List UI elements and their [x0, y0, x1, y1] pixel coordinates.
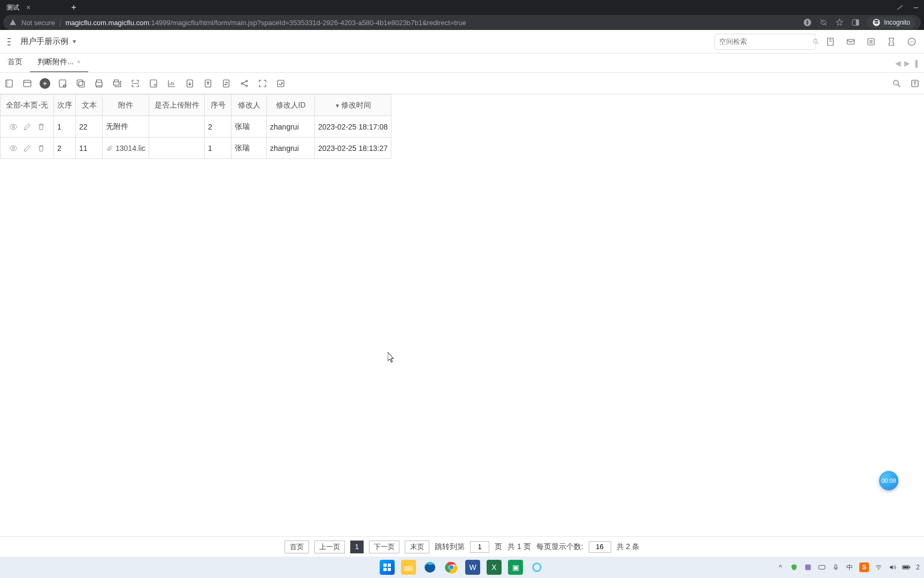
page-first-button[interactable]: 首页 — [284, 541, 309, 553]
tray-ime-zh-icon[interactable]: 中 — [845, 563, 854, 572]
tab-home[interactable]: 首页 — [0, 53, 30, 72]
tray-app-icon[interactable] — [804, 563, 812, 572]
page-tabs: 首页 判断附件... × ◀ ▶ ❚ — [0, 54, 924, 73]
edge-icon[interactable] — [422, 560, 437, 575]
col-uploaded[interactable]: 是否上传附件 — [149, 95, 205, 116]
table-row[interactable]: 122无附件2张瑞zhangrui2023-02-25 18:17:08 — [1, 116, 391, 138]
search-tool-icon[interactable] — [891, 78, 903, 89]
col-order[interactable]: 次序 — [54, 95, 76, 116]
fullscreen-icon[interactable] — [257, 78, 268, 89]
browser-tab[interactable]: 测试 × — [0, 0, 64, 15]
eye-off-icon[interactable] — [819, 18, 828, 27]
tray-clock[interactable]: 2 — [916, 563, 920, 572]
address-bar[interactable]: Not secure | magicflu.com.magicflu.com:1… — [3, 15, 921, 30]
start-icon[interactable] — [380, 560, 395, 575]
print-icon[interactable] — [93, 78, 105, 89]
swap-icon[interactable] — [220, 78, 232, 89]
delete-icon[interactable] — [36, 122, 46, 132]
page-prev-button[interactable]: 上一页 — [314, 541, 345, 553]
explorer-icon[interactable] — [401, 560, 416, 575]
tab-nav-right-icon[interactable]: ▶ — [904, 59, 910, 67]
cell-seq: 1 — [205, 138, 232, 159]
star-icon[interactable] — [835, 18, 844, 27]
page-last-button[interactable]: 末页 — [405, 541, 429, 553]
cell-attachment[interactable]: 13014.lic — [103, 138, 149, 159]
col-modifier[interactable]: 修改人 — [232, 95, 267, 116]
col-mod-time[interactable]: ▼修改时间 — [315, 95, 391, 116]
view-icon[interactable] — [9, 143, 18, 153]
import-icon[interactable] — [202, 78, 214, 89]
tray-defender-icon[interactable] — [790, 563, 798, 572]
edit-form-icon[interactable] — [148, 78, 159, 89]
col-seq[interactable]: 序号 — [205, 95, 232, 116]
share-icon[interactable] — [238, 78, 250, 89]
tool-save-icon[interactable] — [57, 78, 68, 89]
col-text[interactable]: 文本 — [76, 95, 103, 116]
refresh-icon[interactable] — [275, 78, 287, 89]
tray-volume-icon[interactable] — [888, 563, 897, 572]
space-search[interactable] — [714, 34, 816, 50]
view-icon[interactable] — [9, 122, 18, 132]
space-search-input[interactable] — [719, 37, 809, 45]
col-modifier-id[interactable]: 修改人ID — [267, 95, 315, 116]
incognito-badge[interactable]: Incognito — [867, 17, 915, 28]
delete-icon[interactable] — [36, 143, 46, 153]
list-icon[interactable] — [865, 36, 877, 48]
note-icon[interactable] — [825, 36, 836, 48]
col-actions[interactable]: 全部-本页-无 — [1, 95, 54, 116]
chrome-icon[interactable] — [444, 560, 459, 575]
system-tray: ^ 中 S 2 — [776, 562, 920, 572]
col-attachment[interactable]: 附件 — [103, 95, 149, 116]
search-icon[interactable] — [812, 38, 820, 45]
page-current-button[interactable]: 1 — [350, 541, 364, 553]
total-pages: 共 1 页 — [507, 542, 531, 552]
word-icon[interactable]: W — [465, 560, 480, 575]
tray-mic-icon[interactable] — [831, 563, 840, 572]
app-cloud-icon[interactable] — [529, 560, 544, 575]
new-tab-button[interactable]: + — [67, 1, 80, 14]
svg-point-25 — [246, 80, 248, 82]
edit-icon[interactable] — [22, 122, 32, 132]
tray-wifi-icon[interactable] — [874, 563, 883, 572]
maximize-button[interactable]: ─ — [908, 0, 924, 15]
tab-strip: 测试 × + ─ — [0, 0, 924, 15]
menu-handle-icon[interactable] — [6, 34, 12, 49]
add-button[interactable] — [40, 78, 50, 89]
tab-active[interactable]: 判断附件... × — [30, 53, 88, 72]
svg-point-6 — [813, 39, 817, 43]
edit-icon[interactable] — [22, 143, 32, 153]
tool-col-1-icon[interactable] — [3, 78, 15, 89]
per-page-input[interactable] — [589, 541, 611, 553]
minimize-button[interactable] — [892, 0, 908, 15]
app-green-icon[interactable]: ▣ — [508, 560, 523, 575]
chart-icon[interactable] — [166, 78, 178, 89]
tool-save-all-icon[interactable] — [75, 78, 87, 89]
theme-icon[interactable] — [886, 36, 897, 48]
table-row[interactable]: 21113014.lic1张瑞zhangrui2023-02-25 18:13:… — [1, 138, 391, 159]
tab-nav-end-icon[interactable]: ❚ — [913, 59, 920, 67]
tray-chevron-icon[interactable]: ^ — [776, 563, 784, 572]
mail-icon[interactable] — [845, 36, 857, 48]
translate-icon[interactable] — [803, 18, 812, 27]
svg-rect-35 — [388, 568, 391, 571]
tool-col-2-icon[interactable] — [21, 78, 33, 89]
jump-input[interactable] — [470, 541, 489, 553]
export-icon[interactable] — [184, 78, 196, 89]
panel-icon[interactable] — [851, 18, 860, 27]
print-multi-icon[interactable] — [111, 78, 123, 89]
field-tool-icon[interactable] — [909, 78, 921, 89]
tray-battery-icon[interactable] — [902, 563, 911, 572]
tab-nav-left-icon[interactable]: ◀ — [895, 59, 901, 67]
page-next-button[interactable]: 下一页 — [369, 541, 399, 553]
excel-icon[interactable]: X — [487, 560, 502, 575]
more-icon[interactable] — [906, 36, 918, 48]
tray-sogou-icon[interactable]: S — [859, 562, 869, 572]
close-icon[interactable]: × — [25, 4, 32, 11]
scan-icon[interactable] — [129, 78, 141, 89]
space-name-dropdown[interactable]: 用户手册示例 ▼ — [20, 36, 77, 47]
tray-keyboard-icon[interactable] — [818, 563, 826, 572]
timer-bubble[interactable]: 00:08 — [879, 471, 898, 490]
tab-home-label: 首页 — [7, 57, 22, 67]
svg-rect-32 — [383, 564, 387, 567]
close-icon[interactable]: × — [77, 58, 81, 66]
